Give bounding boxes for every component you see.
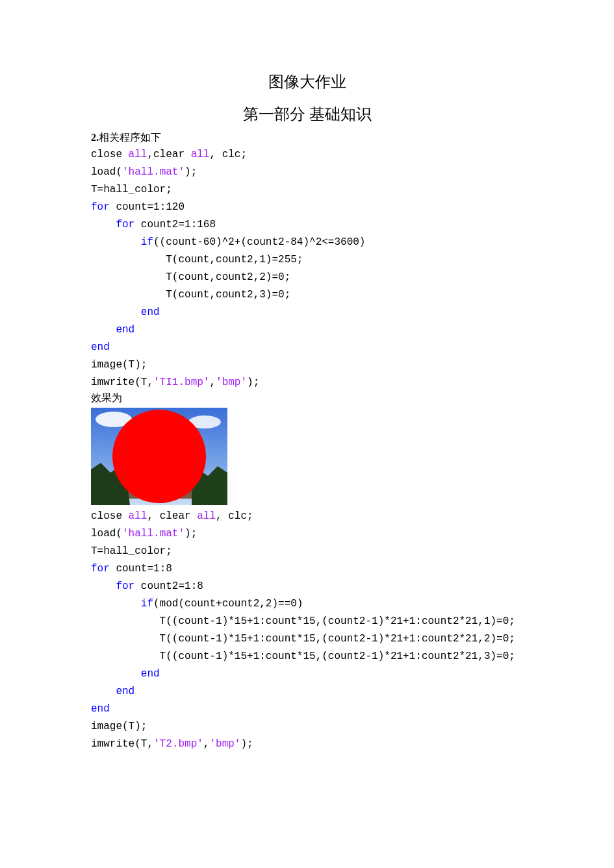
code-token — [91, 306, 141, 318]
code-token: end — [141, 668, 160, 680]
code-line: T(count,count2,2)=0; — [91, 271, 290, 283]
code-token: 'hall.mat' — [122, 166, 185, 178]
code-token: for — [91, 563, 110, 575]
code-line: T=hall_color; — [91, 545, 172, 557]
code-line: T(count,count2,3)=0; — [91, 289, 290, 301]
code-token: 'bmp' — [216, 377, 247, 388]
intro-text: 相关程序如下 — [99, 132, 161, 143]
code-line: T(count,count2,1)=255; — [91, 254, 303, 266]
code-line: end — [91, 341, 110, 353]
code-token — [91, 668, 141, 680]
code-token: ); — [247, 377, 259, 388]
code-token: , clc; — [209, 149, 247, 160]
title-main: 图像大作业 — [91, 71, 523, 92]
code-token: , — [209, 377, 216, 388]
svg-point-7 — [112, 410, 206, 503]
title-sub: 第一部分 基础知识 — [91, 104, 523, 125]
code-token: count2=1:8 — [134, 580, 203, 592]
code-token — [91, 598, 141, 610]
code-token: if — [141, 236, 153, 248]
code-block-1: close all,clear all, clc; load('hall.mat… — [91, 146, 523, 391]
code-token: ,clear — [147, 149, 190, 160]
code-line: T((count-1)*15+1:count*15,(count2-1)*21+… — [91, 615, 515, 627]
question-number: 2. — [91, 132, 99, 143]
code-token — [91, 686, 116, 697]
code-line: close — [91, 149, 129, 160]
code-token: imwrite(T, — [91, 738, 153, 750]
code-token: end — [116, 686, 134, 697]
code-token: count=1:8 — [110, 563, 172, 575]
code-token: for — [116, 580, 134, 592]
code-token: 'bmp' — [209, 738, 240, 750]
code-token: ); — [240, 738, 253, 750]
code-token: load( — [91, 166, 122, 178]
intro-line: 2.相关程序如下 — [91, 131, 523, 145]
code-token — [91, 219, 116, 230]
code-line: T((count-1)*15+1:count*15,(count2-1)*21+… — [91, 651, 515, 662]
code-line: end — [91, 703, 110, 715]
code-token: imwrite(T, — [91, 377, 153, 388]
code-token: if — [141, 598, 153, 610]
code-token: , clear — [147, 510, 197, 522]
code-token: 'T2.bmp' — [153, 738, 203, 750]
result-label: 效果为 — [91, 391, 523, 405]
code-token: count=1:120 — [110, 201, 185, 213]
code-token — [91, 580, 116, 592]
code-token: all — [191, 149, 210, 160]
code-token: end — [141, 306, 160, 318]
code-token: 'hall.mat' — [122, 528, 185, 539]
code-line: T=hall_color; — [91, 184, 172, 195]
code-token: count2=1:168 — [134, 219, 216, 230]
code-token: for — [91, 201, 110, 213]
code-token: all — [197, 510, 216, 522]
code-line: T((count-1)*15+1:count*15,(count2-1)*21+… — [91, 633, 515, 645]
code-line: image(T); — [91, 359, 147, 371]
code-token: close — [91, 510, 129, 522]
code-token: (mod(count+count2,2)==0) — [153, 598, 303, 610]
code-token: all — [129, 149, 147, 160]
code-token: ((count-60)^2+(count2-84)^2<=3600) — [153, 236, 365, 248]
code-token — [91, 236, 141, 248]
result-image — [91, 408, 227, 505]
code-token: load( — [91, 528, 122, 539]
code-token — [91, 324, 116, 336]
code-token: for — [116, 219, 134, 230]
code-token: end — [116, 324, 134, 336]
document-page: 图像大作业 第一部分 基础知识 2.相关程序如下 close all,clear… — [0, 0, 614, 868]
code-token: all — [129, 510, 147, 522]
code-block-2: close all, clear all, clc; load('hall.ma… — [91, 508, 523, 753]
code-token: 'TI1.bmp' — [153, 377, 209, 388]
code-token: , clc; — [216, 510, 253, 522]
code-token: ); — [185, 166, 197, 178]
code-token: ); — [185, 528, 197, 539]
code-token: , — [203, 738, 210, 750]
code-line: image(T); — [91, 721, 147, 732]
